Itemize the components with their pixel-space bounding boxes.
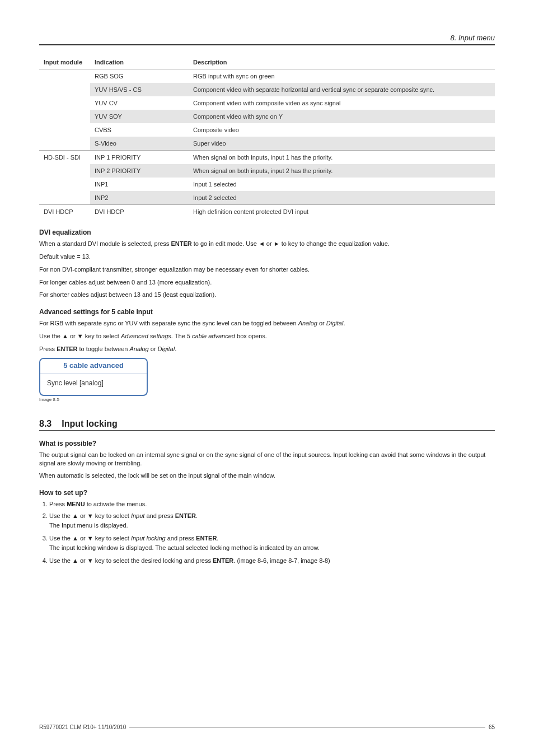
indication-table: Input module Indication Description RGB … — [39, 55, 495, 218]
step-2: Use the ▲ or ▼ key to select Input and p… — [49, 512, 495, 530]
footer-left: R59770021 CLM R10+ 11/10/2010 — [39, 724, 126, 730]
text: . (image 8-6, image 8-7, image 8-8) — [233, 557, 330, 564]
table-row: S-Video Super video — [39, 137, 495, 151]
section-heading: 8.3 Input locking — [39, 419, 495, 429]
cell-desc: When signal on both inputs, input 2 has … — [189, 164, 495, 178]
table-row: RGB SOG RGB input with sync on green — [39, 69, 495, 83]
table-row: HD-SDI - SDI INP 1 PRIORITY When signal … — [39, 151, 495, 164]
step-1: Press MENU to activate the menus. — [49, 500, 495, 508]
em: Advanced settings — [121, 333, 171, 339]
em: Digital — [326, 320, 344, 326]
step-3-note: The input locking window is displayed. T… — [49, 544, 495, 552]
key-enter: ENTER — [171, 240, 191, 247]
dvi-eq-heading: DVI equalization — [39, 228, 495, 236]
key-enter: ENTER — [57, 346, 77, 352]
cell-ind: S-Video — [90, 137, 189, 151]
cell-ind: INP2 — [90, 191, 189, 205]
th-indication: Indication — [90, 55, 189, 69]
step-4: Use the ▲ or ▼ key to select the desired… — [49, 557, 495, 565]
cell-desc: Input 2 selected — [189, 191, 495, 205]
adv-heading: Advanced settings for 5 cable input — [39, 308, 495, 316]
text: Press — [39, 346, 57, 352]
step-3: Use the ▲ or ▼ key to select Input locki… — [49, 534, 495, 552]
section-number: 8.3 — [39, 419, 51, 429]
section-rule — [39, 430, 495, 431]
table-row: INP1 Input 1 selected — [39, 178, 495, 191]
figure-caption: Image 8-5 — [39, 397, 495, 402]
steps-list: Press MENU to activate the menus. Use th… — [39, 500, 495, 564]
text: to go in edit mode. Use ◄ or ► to key to… — [192, 240, 390, 247]
adv-p3: Press ENTER to toggle between Analog or … — [39, 345, 495, 353]
text: to toggle between — [77, 346, 129, 352]
text: Use the ▲ or ▼ key to select — [39, 333, 121, 339]
what-p1: The output signal can be locked on an in… — [39, 451, 495, 468]
page-footer: R59770021 CLM R10+ 11/10/2010 65 — [39, 724, 495, 730]
what-heading: What is possible? — [39, 440, 495, 447]
footer-rule — [129, 727, 485, 727]
table-row: YUV HS/VS - CS Component video with sepa… — [39, 83, 495, 96]
dvi-eq-p2: Default value = 13. — [39, 253, 495, 261]
cell-desc: When signal on both inputs, input 1 has … — [189, 151, 495, 164]
cell-ind: CVBS — [90, 123, 189, 137]
text: or — [317, 320, 326, 326]
what-p2: When automatic is selected, the lock wil… — [39, 472, 495, 480]
cell-module: HD-SDI - SDI — [39, 151, 90, 205]
cell-ind: INP1 — [90, 178, 189, 191]
dialog-5-cable-advanced: 5 cable advanced Sync level [analog] — [39, 358, 148, 396]
table-row: INP2 Input 2 selected — [39, 191, 495, 205]
how-heading: How to set up? — [39, 489, 495, 497]
dvi-eq-p3: For non DVI-compliant transmitter, stron… — [39, 265, 495, 274]
text: box opens. — [235, 333, 267, 339]
cell-ind: YUV HS/VS - CS — [90, 83, 189, 96]
footer-page-number: 65 — [489, 724, 495, 730]
text: . — [175, 346, 176, 352]
cell-ind: INP 1 PRIORITY — [90, 151, 189, 164]
em: 5 cable advanced — [187, 333, 235, 339]
text: . — [217, 535, 218, 542]
cell-ind: YUV SOY — [90, 110, 189, 123]
adv-p1: For RGB with separate sync or YUV with s… — [39, 319, 495, 328]
dvi-eq-p5: For shorter cables adjust between 13 and… — [39, 291, 495, 299]
table-row: CVBS Composite video — [39, 123, 495, 137]
key-enter: ENTER — [175, 512, 196, 519]
cell-desc: Component video with separate horizontal… — [189, 83, 495, 96]
th-input-module: Input module — [39, 55, 90, 69]
th-description: Description — [189, 55, 495, 69]
cell-desc: High definition content protected DVI in… — [189, 205, 495, 218]
table-row: YUV CV Component video with composite vi… — [39, 96, 495, 110]
text: For RGB with separate sync or YUV with s… — [39, 320, 298, 326]
cell-desc: Composite video — [189, 123, 495, 137]
cell-ind: INP 2 PRIORITY — [90, 164, 189, 178]
page: 8. Input menu Input module Indication De… — [0, 0, 534, 756]
text: When a standard DVI module is selected, … — [39, 240, 171, 247]
text: Press — [49, 501, 67, 507]
table-row: INP 2 PRIORITY When signal on both input… — [39, 164, 495, 178]
text: Use the ▲ or ▼ key to select the desired… — [49, 557, 213, 564]
key-enter: ENTER — [196, 535, 217, 542]
cell-module — [39, 69, 90, 151]
em: Digital — [158, 346, 175, 352]
cell-desc: Super video — [189, 137, 495, 151]
cell-desc: RGB input with sync on green — [189, 69, 495, 83]
em: Input locking — [131, 535, 166, 542]
cell-ind: YUV CV — [90, 96, 189, 110]
text: Use the ▲ or ▼ key to select — [49, 512, 131, 519]
text: Use the ▲ or ▼ key to select — [49, 535, 131, 542]
key-menu: MENU — [67, 501, 85, 507]
adv-p2: Use the ▲ or ▼ key to select Advanced se… — [39, 332, 495, 340]
dvi-eq-p4: For longer cables adjust between 0 and 1… — [39, 278, 495, 287]
table-row: DVI HDCP DVI HDCP High definition conten… — [39, 205, 495, 218]
chapter-header: 8. Input menu — [39, 34, 495, 44]
cell-ind: DVI HDCP — [90, 205, 189, 218]
dialog-title: 5 cable advanced — [40, 359, 147, 374]
text: . The — [171, 333, 187, 339]
step-2-note: The Input menu is displayed. — [49, 521, 495, 530]
text: and press — [144, 512, 175, 519]
header-rule — [39, 44, 495, 45]
dvi-eq-p1: When a standard DVI module is selected, … — [39, 240, 495, 248]
cell-desc: Component video with sync on Y — [189, 110, 495, 123]
cell-desc: Input 1 selected — [189, 178, 495, 191]
dialog-body: Sync level [analog] — [40, 374, 147, 395]
text: to activate the menus. — [85, 501, 147, 507]
text: and press — [166, 535, 196, 542]
